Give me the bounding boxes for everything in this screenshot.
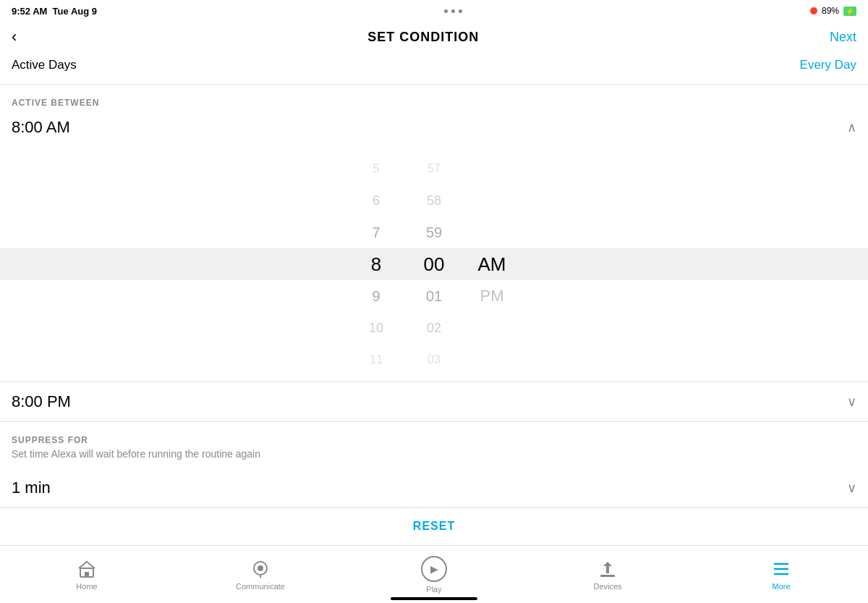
suppress-for-value: 1 min: [12, 478, 51, 497]
signal-dot: [810, 7, 817, 14]
start-time-chevron-up[interactable]: ∧: [847, 119, 856, 135]
end-time-row[interactable]: 8:00 PM ∨: [0, 382, 868, 421]
active-days-label: Active Days: [12, 58, 77, 72]
dot1: [444, 9, 448, 13]
nav-item-home[interactable]: Home: [0, 559, 174, 591]
back-button[interactable]: ‹: [12, 28, 17, 46]
nav-communicate-label: Communicate: [236, 582, 285, 591]
hour-selected[interactable]: 8: [347, 248, 405, 280]
hour-column[interactable]: 5 6 7 8 9 10 11: [347, 153, 405, 376]
svg-point-3: [258, 565, 263, 571]
status-bar: 9:52 AM Tue Aug 9 89% ⚡: [0, 0, 868, 22]
nav-home-label: Home: [76, 582, 97, 591]
status-time-date: 9:52 AM Tue Aug 9: [12, 6, 97, 17]
ampm-pm[interactable]: PM: [480, 280, 504, 312]
suppress-for-row[interactable]: 1 min ∨: [0, 468, 868, 507]
ampm-column[interactable]: AM PM: [463, 153, 521, 376]
minute-item[interactable]: 03: [405, 344, 463, 376]
hour-item[interactable]: 9: [347, 280, 405, 312]
nav-devices-label: Devices: [593, 582, 621, 591]
next-button[interactable]: Next: [830, 30, 856, 45]
minute-item[interactable]: 01: [405, 280, 463, 312]
battery-icon: ⚡: [843, 7, 856, 16]
end-time-chevron-down[interactable]: ∨: [847, 394, 856, 410]
reset-button[interactable]: RESET: [413, 520, 455, 533]
nav-item-communicate[interactable]: Communicate: [174, 559, 347, 591]
minute-selected[interactable]: 00: [405, 248, 463, 280]
suppress-for-label: SUPPRESS FOR: [0, 422, 868, 448]
suppress-for-description: Set time Alexa will wait before running …: [0, 448, 868, 468]
hour-item[interactable]: 10: [347, 312, 405, 344]
svg-rect-4: [600, 575, 615, 577]
home-icon: [77, 559, 97, 579]
hour-item[interactable]: 6: [347, 185, 405, 216]
minute-column[interactable]: 57 58 59 00 01 02 03: [405, 153, 463, 376]
nav-item-play[interactable]: ▶ Play: [347, 556, 521, 594]
nav-play-label: Play: [426, 585, 441, 594]
hour-item[interactable]: 11: [347, 344, 405, 376]
ampm-am[interactable]: AM: [478, 248, 506, 280]
suppress-chevron-down[interactable]: ∨: [847, 480, 856, 496]
minute-item[interactable]: 02: [405, 312, 463, 344]
bottom-nav: Home Communicate ▶ Play Devices More: [0, 545, 868, 603]
nav-bar: ‹ SET CONDITION Next: [0, 22, 868, 52]
minute-item[interactable]: 59: [405, 216, 463, 248]
nav-item-devices[interactable]: Devices: [521, 559, 694, 591]
nav-more-label: More: [772, 582, 790, 591]
start-time-row[interactable]: 8:00 AM ∧: [0, 108, 868, 147]
nav-item-more[interactable]: More: [694, 559, 868, 591]
end-time-value: 8:00 PM: [12, 392, 71, 411]
home-bar: [391, 597, 477, 600]
play-icon: ▶: [421, 556, 447, 582]
time-picker[interactable]: 5 6 7 8 9 10 11 57 58 59 00 01 02 03 AM …: [0, 147, 868, 381]
dot2: [451, 9, 455, 13]
battery-percentage: 89%: [822, 6, 839, 16]
active-days-row[interactable]: Active Days Every Day: [0, 52, 868, 84]
minute-item[interactable]: 58: [405, 185, 463, 216]
reset-area[interactable]: RESET: [0, 508, 868, 544]
status-right: 89% ⚡: [810, 6, 856, 16]
svg-rect-1: [85, 572, 89, 577]
start-time-value: 8:00 AM: [12, 118, 70, 137]
every-day-link[interactable]: Every Day: [800, 58, 856, 72]
devices-icon: [597, 559, 618, 579]
picker-inner: 5 6 7 8 9 10 11 57 58 59 00 01 02 03 AM …: [0, 153, 868, 376]
dot3: [459, 9, 462, 13]
communicate-icon: [250, 559, 271, 579]
more-icon: [771, 559, 791, 579]
page-title: SET CONDITION: [367, 30, 479, 45]
hour-item[interactable]: 5: [347, 153, 405, 185]
minute-item[interactable]: 57: [405, 153, 463, 185]
hour-item[interactable]: 7: [347, 216, 405, 248]
status-center-dots: [444, 9, 462, 13]
active-between-label: ACTIVE BETWEEN: [0, 85, 868, 108]
